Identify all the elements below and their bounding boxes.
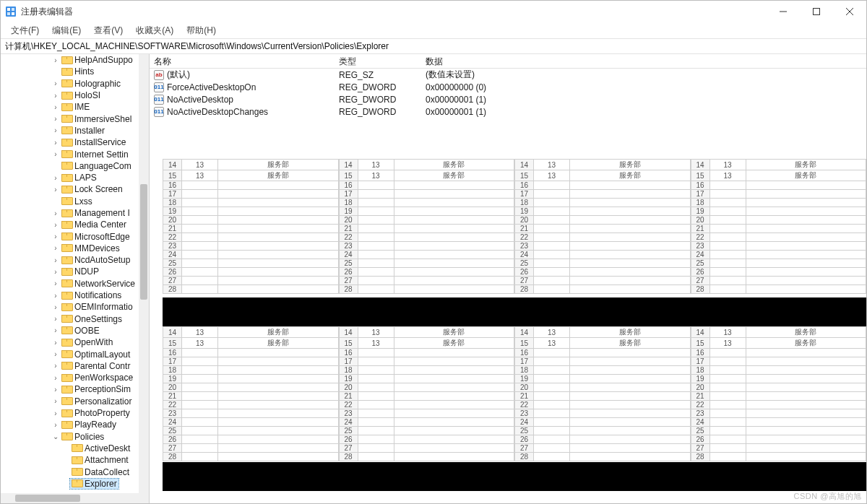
- tree-node[interactable]: ActiveDeskt: [1, 443, 149, 454]
- tree-node[interactable]: DataCollect: [1, 466, 149, 477]
- tree-node[interactable]: ›OOBE: [1, 325, 149, 336]
- chevron-down-icon[interactable]: ⌄: [51, 433, 60, 440]
- value-row[interactable]: 011NoActiveDesktopChangesREG_DWORD0x0000…: [150, 105, 866, 118]
- menu-edit[interactable]: 编辑(E): [46, 23, 87, 38]
- tree-node[interactable]: ›Media Center: [1, 219, 149, 230]
- tree-node[interactable]: ›NcdAutoSetup: [1, 254, 149, 266]
- chevron-right-icon[interactable]: ›: [51, 79, 60, 87]
- tree-node[interactable]: ›NDUP: [1, 266, 149, 277]
- hscroll-thumb[interactable]: [15, 495, 80, 502]
- minimize-button[interactable]: [767, 1, 800, 22]
- chevron-right-icon[interactable]: ›: [51, 326, 60, 334]
- chevron-right-icon[interactable]: ›: [51, 174, 60, 182]
- close-button[interactable]: [833, 1, 866, 22]
- chevron-right-icon[interactable]: ›: [51, 374, 60, 382]
- tree-node[interactable]: ›NetworkService: [1, 278, 149, 290]
- chevron-right-icon[interactable]: ›: [51, 56, 60, 64]
- tree-view[interactable]: ›HelpAndSuppoHints›Holographic›HoloSI›IM…: [1, 54, 149, 490]
- chevron-right-icon[interactable]: ›: [51, 268, 60, 276]
- tree-node[interactable]: LanguageCom: [1, 160, 149, 172]
- tree-node[interactable]: ›LAPS: [1, 172, 149, 183]
- tree-node[interactable]: ›Internet Settin: [1, 148, 149, 160]
- column-header-type[interactable]: 类型: [335, 54, 421, 68]
- tree-node[interactable]: ›IME: [1, 101, 149, 113]
- tree-node[interactable]: ⌄Policies: [1, 431, 149, 443]
- value-row[interactable]: 011ForceActiveDesktopOnREG_DWORD0x000000…: [150, 81, 866, 93]
- menu-help[interactable]: 帮助(H): [181, 23, 222, 38]
- tree-node[interactable]: ›HoloSI: [1, 90, 149, 101]
- tree-node[interactable]: ›PlayReady: [1, 419, 149, 430]
- tree-node[interactable]: ›OpenWith: [1, 336, 149, 348]
- folder-icon: [61, 339, 72, 347]
- tree-node-label: Media Center: [74, 220, 126, 230]
- tree-vscrollbar[interactable]: [139, 54, 149, 493]
- chevron-right-icon[interactable]: ›: [51, 256, 60, 264]
- tree-node[interactable]: ›Notifications: [1, 290, 149, 301]
- tree-node[interactable]: ›OEMInformatio: [1, 301, 149, 313]
- values-list[interactable]: ab(默认)REG_SZ(数值未设置)011ForceActiveDesktop…: [150, 69, 866, 118]
- chevron-right-icon[interactable]: ›: [51, 397, 60, 405]
- menu-view[interactable]: 查看(V): [88, 23, 129, 38]
- tree-node[interactable]: ›MMDevices: [1, 243, 149, 254]
- chevron-right-icon[interactable]: ›: [51, 315, 60, 323]
- chevron-right-icon[interactable]: ›: [51, 409, 60, 417]
- chevron-right-icon[interactable]: ›: [51, 186, 60, 194]
- background-mini-table: 1413服务部1513服务部16171819202122232425262728: [163, 326, 339, 461]
- chevron-right-icon[interactable]: ›: [51, 292, 60, 300]
- values-pane: 名称 类型 数据 ab(默认)REG_SZ(数值未设置)011ForceActi…: [150, 54, 866, 503]
- tree-node[interactable]: ›HelpAndSuppo: [1, 54, 149, 66]
- column-header-data[interactable]: 数据: [421, 54, 866, 68]
- tree-node[interactable]: Hints: [1, 66, 149, 77]
- chevron-right-icon[interactable]: ›: [51, 92, 60, 100]
- tree-node[interactable]: ›PenWorkspace: [1, 372, 149, 383]
- chevron-right-icon[interactable]: ›: [51, 303, 60, 311]
- tree-node[interactable]: ›ImmersiveShel: [1, 113, 149, 124]
- chevron-right-icon[interactable]: ›: [51, 233, 60, 240]
- tree-node[interactable]: ›OptimalLayout: [1, 348, 149, 360]
- chevron-right-icon[interactable]: ›: [51, 279, 60, 287]
- title-bar: 注册表编辑器: [1, 1, 866, 22]
- folder-icon: [61, 126, 72, 134]
- chevron-right-icon[interactable]: ›: [51, 221, 60, 229]
- tree-node[interactable]: ›Parental Contr: [1, 360, 149, 372]
- chevron-right-icon[interactable]: ›: [51, 244, 60, 252]
- menu-favorites[interactable]: 收藏夹(A): [130, 23, 179, 38]
- tree-node[interactable]: ›PerceptionSim: [1, 383, 149, 395]
- chevron-right-icon[interactable]: ›: [51, 126, 60, 134]
- tree-node[interactable]: ›Holographic: [1, 78, 149, 90]
- column-header-name[interactable]: 名称: [150, 54, 335, 68]
- tree-node[interactable]: ›Installer: [1, 125, 149, 136]
- tree-node[interactable]: ›InstallService: [1, 136, 149, 148]
- chevron-right-icon[interactable]: ›: [51, 139, 60, 147]
- tree-node[interactable]: ›Personalizatior: [1, 396, 149, 407]
- chevron-right-icon[interactable]: ›: [51, 339, 60, 347]
- tree-node[interactable]: Lxss: [1, 196, 149, 207]
- menu-file[interactable]: 文件(F): [5, 23, 45, 38]
- tree-node[interactable]: Attachment: [1, 454, 149, 466]
- chevron-right-icon[interactable]: ›: [51, 209, 60, 217]
- chevron-right-icon[interactable]: ›: [51, 350, 60, 358]
- chevron-right-icon[interactable]: ›: [51, 362, 60, 370]
- chevron-right-icon[interactable]: ›: [51, 115, 60, 123]
- vscroll-thumb[interactable]: [140, 184, 147, 300]
- address-bar[interactable]: 计算机\HKEY_LOCAL_MACHINE\SOFTWARE\Microsof…: [1, 38, 866, 54]
- value-row[interactable]: ab(默认)REG_SZ(数值未设置): [150, 69, 866, 81]
- reg-binary-icon: 011: [154, 95, 164, 105]
- chevron-right-icon[interactable]: ›: [51, 386, 60, 394]
- chevron-right-icon[interactable]: ›: [51, 150, 60, 158]
- tree-hscrollbar[interactable]: [1, 493, 149, 503]
- tree-node[interactable]: Explorer: [1, 478, 149, 490]
- tree-node[interactable]: ›PhotoProperty: [1, 407, 149, 419]
- tree-node-label: Lock Screen: [74, 184, 123, 194]
- chevron-right-icon[interactable]: ›: [51, 103, 60, 111]
- tree-node[interactable]: ›OneSettings: [1, 313, 149, 325]
- tree-node[interactable]: ›MicrosoftEdge: [1, 230, 149, 242]
- maximize-button[interactable]: [800, 1, 833, 22]
- value-data: 0x00000001 (1): [421, 107, 866, 117]
- value-row[interactable]: 011NoActiveDesktopREG_DWORD0x00000001 (1…: [150, 93, 866, 105]
- tree-node[interactable]: ›Management I: [1, 207, 149, 219]
- tree-node-label: Hints: [74, 66, 94, 77]
- tree-node[interactable]: ›Lock Screen: [1, 183, 149, 195]
- chevron-right-icon[interactable]: ›: [51, 421, 60, 429]
- folder-icon: [61, 186, 72, 194]
